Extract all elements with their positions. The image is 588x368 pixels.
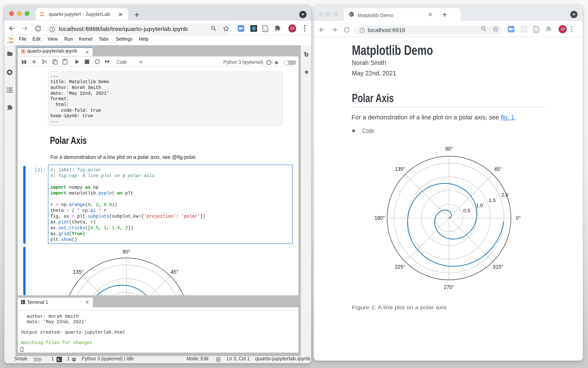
svg-text:1.5: 1.5: [489, 198, 495, 203]
svg-text:270°: 270°: [443, 284, 454, 290]
svg-text:0°: 0°: [516, 215, 521, 221]
svg-text:225°: 225°: [395, 264, 405, 270]
svg-text:180°: 180°: [374, 215, 385, 221]
svg-text:0.5: 0.5: [463, 208, 470, 214]
svg-text:90°: 90°: [445, 146, 453, 152]
svg-text:2.0: 2.0: [501, 192, 508, 198]
svg-text:90°: 90°: [123, 249, 130, 255]
svg-text:315°: 315°: [493, 264, 503, 270]
svg-text:45°: 45°: [494, 166, 502, 172]
svg-text:$_: $_: [57, 358, 61, 362]
svg-text:1.0: 1.0: [476, 203, 483, 208]
svg-text:135°: 135°: [395, 166, 405, 172]
svg-text:45°: 45°: [171, 269, 178, 275]
svg-text:135°: 135°: [73, 269, 84, 275]
svg-text:2.0: 2.0: [178, 294, 186, 295]
svg-text:$_: $_: [22, 301, 25, 304]
